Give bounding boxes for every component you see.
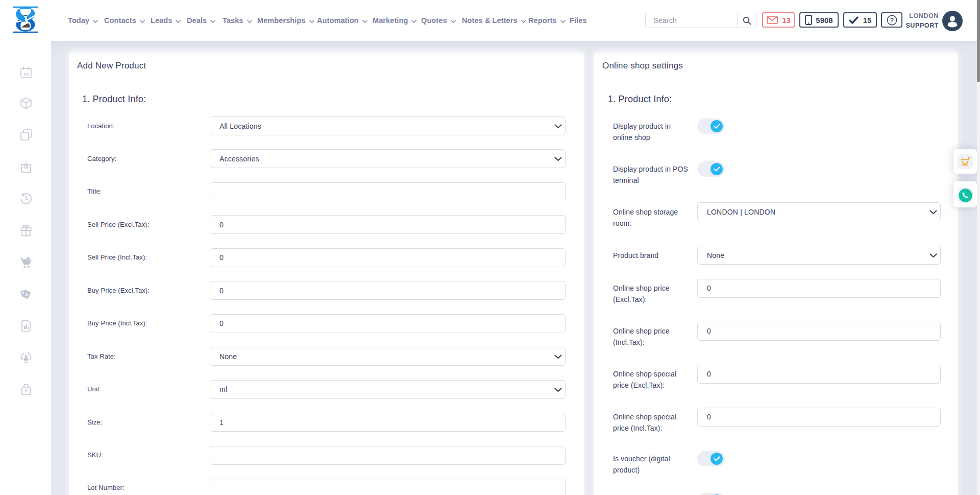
svg-text:?: ? — [890, 17, 893, 24]
svg-text:12: 12 — [23, 72, 29, 77]
